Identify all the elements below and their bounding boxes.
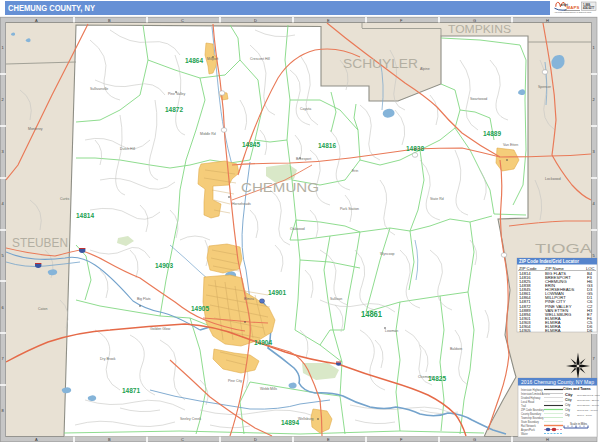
svg-text:Dry Brook: Dry Brook [100, 357, 116, 361]
svg-text:14901: 14901 [268, 288, 286, 297]
svg-text:Divided Highway: Divided Highway [521, 396, 541, 400]
svg-text:Pine City: Pine City [228, 379, 242, 383]
svg-text:G: G [473, 437, 476, 442]
svg-text:H: H [546, 18, 549, 23]
svg-text:Sullivan: Sullivan [330, 297, 342, 301]
svg-text:STEUBEN: STEUBEN [12, 236, 68, 250]
svg-text:Middle Rd: Middle Rd [200, 132, 216, 136]
svg-text:Water: Water [521, 432, 528, 436]
svg-text:America's Leading Source of Di: America's Leading Source of Discount Map… [554, 11, 591, 13]
svg-text:Caton: Caton [38, 307, 47, 311]
svg-text:Big Flats: Big Flats [137, 297, 151, 301]
svg-text:E: E [327, 18, 330, 23]
svg-text:Trail: Trail [521, 404, 526, 408]
svg-text:TOMPKINS: TOMPKINS [448, 23, 511, 35]
svg-text:Airport/Park: Airport/Park [521, 428, 535, 432]
svg-text:Webb Mills: Webb Mills [260, 387, 277, 391]
svg-text:CHEMUNG COUNTY, NY: CHEMUNG COUNTY, NY [8, 3, 95, 13]
svg-text:ELMIRA: ELMIRA [545, 328, 561, 333]
svg-text:A: A [35, 18, 38, 23]
svg-text:City: City [565, 408, 571, 412]
svg-text:Golden Glow: Golden Glow [150, 327, 171, 331]
svg-text:State Rd: State Rd [430, 197, 444, 201]
svg-text:D: D [254, 437, 257, 442]
svg-text:G: G [473, 18, 476, 23]
svg-text:14871: 14871 [122, 386, 140, 395]
svg-text:ZIP Code Boundary: ZIP Code Boundary [521, 408, 544, 412]
svg-text:14872: 14872 [165, 105, 183, 114]
svg-text:A: A [35, 437, 38, 442]
svg-text:Park Station: Park Station [340, 207, 359, 211]
svg-text:Alpine: Alpine [420, 67, 430, 71]
svg-text:Spencer: Spencer [538, 85, 552, 89]
svg-text:TIOGA: TIOGA [535, 241, 592, 256]
svg-text:Van Etten: Van Etten [503, 143, 518, 147]
svg-text:Local Road: Local Road [521, 400, 535, 404]
svg-text:14845: 14845 [242, 140, 260, 149]
svg-text:Baldwin: Baldwin [450, 347, 462, 351]
svg-text:Wellsburg: Wellsburg [298, 417, 314, 421]
svg-text:Wyncoop: Wyncoop [380, 252, 395, 256]
svg-text:Rail Network: Rail Network [521, 424, 536, 428]
svg-text:Dutch Hill: Dutch Hill [120, 147, 135, 151]
svg-text:MAPS: MAPS [567, 5, 580, 10]
svg-text:County Boundary: County Boundary [521, 412, 542, 416]
svg-text:D6: D6 [587, 328, 593, 333]
svg-text:Oakwood: Oakwood [290, 227, 305, 231]
svg-text:Lowman: Lowman [385, 329, 398, 333]
svg-text:Interstate Highway: Interstate Highway [521, 388, 543, 392]
svg-text:City: City [565, 403, 571, 407]
svg-text:Seeley Creek: Seeley Creek [180, 417, 201, 421]
svg-text:14904: 14904 [254, 338, 272, 347]
svg-text:H: H [546, 437, 549, 442]
svg-text:B: B [108, 18, 111, 23]
svg-text:Pine Valley: Pine Valley [168, 92, 186, 96]
svg-text:Scale in Miles: Scale in Miles [570, 422, 588, 426]
svg-text:14861: 14861 [361, 309, 382, 319]
svg-text:Cities and Towns: Cities and Towns [563, 387, 591, 391]
svg-text:D: D [254, 18, 257, 23]
svg-text:14816: 14816 [318, 141, 336, 150]
svg-text:14838: 14838 [406, 144, 424, 153]
svg-text:14814: 14814 [76, 211, 94, 220]
svg-text:Sullivanville: Sullivanville [90, 87, 108, 91]
svg-text:434-6277: 434-6277 [583, 6, 595, 10]
svg-text:ZIP Code Index/Grid Locator: ZIP Code Index/Grid Locator [519, 259, 579, 264]
svg-text:C: C [181, 18, 184, 23]
svg-text:C: C [181, 437, 184, 442]
svg-text:Erin: Erin [352, 169, 358, 173]
svg-text:Curtis: Curtis [60, 197, 69, 201]
svg-text:14903: 14903 [155, 261, 173, 270]
svg-text:14825: 14825 [428, 374, 446, 383]
svg-text:B: B [108, 437, 111, 442]
svg-text:City: City [565, 413, 570, 417]
svg-text:Township Boundary: Township Boundary [521, 416, 544, 420]
svg-text:Crescent Hill: Crescent Hill [250, 57, 270, 61]
svg-text:14905: 14905 [519, 328, 531, 333]
svg-text:2016 Chemung County, NY Map: 2016 Chemung County, NY Map [521, 379, 594, 385]
svg-text:City: City [565, 398, 572, 402]
svg-text:CHEMUNG: CHEMUNG [241, 181, 319, 195]
svg-text:Swartwood: Swartwood [470, 97, 487, 101]
svg-text:SCHUYLER: SCHUYLER [343, 57, 418, 71]
svg-text:E: E [327, 437, 330, 442]
svg-text:Lockwood: Lockwood [545, 177, 561, 181]
svg-text:State Boundary: State Boundary [521, 420, 540, 424]
svg-text:Breesport: Breesport [296, 157, 311, 161]
svg-text:Elmira: Elmira [244, 297, 254, 301]
svg-text:14889: 14889 [483, 129, 501, 138]
svg-text:14905: 14905 [191, 304, 209, 313]
svg-text:Monterey: Monterey [28, 127, 43, 131]
svg-text:14894: 14894 [281, 418, 299, 427]
svg-text:1-888-: 1-888- [583, 3, 591, 7]
svg-text:Horseheads: Horseheads [232, 202, 251, 206]
svg-text:14864: 14864 [185, 56, 203, 65]
svg-text:Cayuta: Cayuta [300, 107, 311, 111]
svg-text:City: City [565, 392, 573, 397]
